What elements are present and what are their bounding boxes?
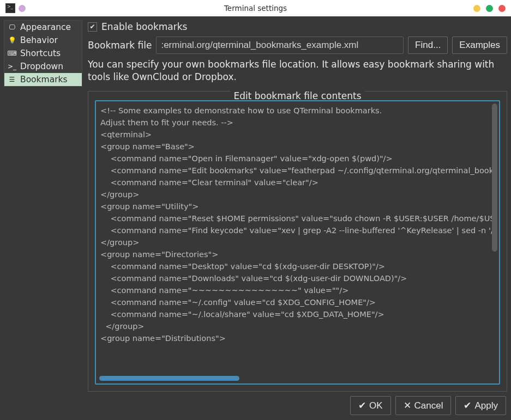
bookmark-hint: You can specify your own bookmarks file … (88, 58, 507, 83)
cancel-button[interactable]: ✕ Cancel (395, 396, 452, 415)
dialog-footer: ✔ OK ✕ Cancel ✔ Apply (4, 392, 507, 416)
minimize-icon[interactable] (473, 5, 480, 12)
window-controls (473, 5, 506, 12)
window-title: Terminal settings (224, 4, 287, 13)
find-button[interactable]: Find... (408, 36, 448, 54)
check-icon: ✔ (464, 400, 471, 411)
bookmark-editor[interactable]: <!-- Some examples to demonstrate how to… (96, 101, 492, 384)
settings-sidebar: 🖵Appearance💡Behavior⌨Shortcuts>_Dropdown… (4, 20, 82, 87)
cancel-label: Cancel (414, 400, 443, 411)
groupbox-title: Edit bookmark file contents (230, 90, 364, 101)
sidebar-item-bookmarks[interactable]: ☰Bookmarks (4, 73, 82, 86)
app-terminal-icon: >_ (5, 3, 15, 13)
examples-button[interactable]: Examples (452, 36, 507, 54)
sidebar-item-label: Shortcuts (20, 48, 61, 58)
ok-button[interactable]: ✔ OK (350, 396, 391, 415)
enable-bookmarks-label: Enable bookmarks (101, 21, 187, 32)
sidebar-item-label: Behavior (20, 35, 58, 45)
pin-icon[interactable] (19, 5, 26, 12)
apply-button[interactable]: ✔ Apply (455, 396, 506, 415)
sidebar-item-shortcuts[interactable]: ⌨Shortcuts (4, 47, 82, 60)
close-icon[interactable] (498, 5, 506, 12)
vertical-scrollbar[interactable] (492, 104, 497, 373)
edit-bookmark-groupbox: Edit bookmark file contents <!-- Some ex… (88, 91, 507, 392)
sidebar-item-behavior[interactable]: 💡Behavior (4, 34, 82, 47)
x-icon: ✕ (404, 400, 411, 411)
check-icon: ✔ (358, 400, 366, 411)
titlebar: >_ Terminal settings (0, 0, 511, 16)
monitor-icon: 🖵 (8, 23, 16, 31)
sidebar-item-label: Bookmarks (20, 75, 68, 84)
settings-window: >_ Terminal settings 🖵Appearance💡Behavio… (0, 0, 511, 420)
sidebar-item-label: Dropdown (20, 62, 63, 71)
maximize-icon[interactable] (486, 5, 493, 12)
ok-label: OK (369, 400, 383, 411)
enable-bookmarks-row: ✔ Enable bookmarks (88, 21, 507, 32)
bookmark-file-row: Bookmark file Find... Examples (88, 36, 507, 54)
bookmark-file-input[interactable] (156, 36, 404, 54)
lightbulb-icon: 💡 (8, 36, 16, 44)
horizontal-scrollbar[interactable] (99, 376, 489, 381)
bookmark-file-label: Bookmark file (88, 40, 152, 51)
enable-bookmarks-checkbox[interactable]: ✔ (88, 22, 97, 32)
sidebar-item-dropdown[interactable]: >_Dropdown (4, 60, 82, 73)
vertical-scroll-thumb[interactable] (492, 104, 497, 252)
terminal-icon: >_ (8, 63, 16, 70)
editor-wrap: <!-- Some examples to demonstrate how to… (95, 100, 500, 385)
apply-label: Apply (474, 400, 498, 411)
keyboard-icon: ⌨ (8, 50, 16, 57)
titlebar-left: >_ (5, 3, 26, 13)
bookmarks-panel: ✔ Enable bookmarks Bookmark file Find...… (88, 20, 507, 392)
sidebar-item-appearance[interactable]: 🖵Appearance (4, 21, 82, 34)
horizontal-scroll-thumb[interactable] (99, 376, 239, 381)
sidebar-item-label: Appearance (20, 22, 71, 32)
bookmark-icon: ☰ (8, 76, 16, 83)
dialog-body: 🖵Appearance💡Behavior⌨Shortcuts>_Dropdown… (0, 16, 511, 420)
